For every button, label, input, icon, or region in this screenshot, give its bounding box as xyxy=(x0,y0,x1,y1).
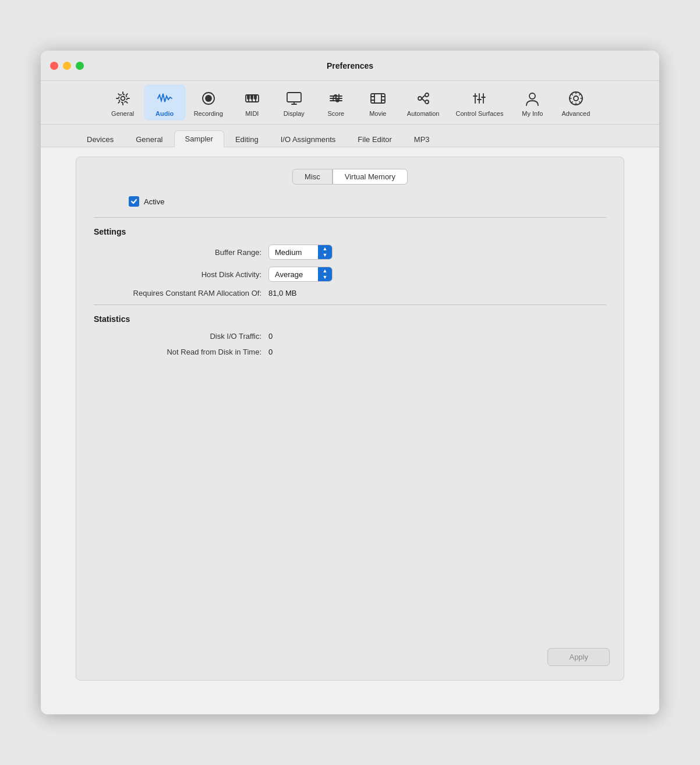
score-icon xyxy=(326,88,347,109)
svg-point-17 xyxy=(336,100,339,102)
toolbar-item-display[interactable]: Display xyxy=(273,84,315,121)
ram-allocation-label: Requires Constant RAM Allocation Of: xyxy=(94,289,268,298)
movie-icon xyxy=(367,88,388,109)
statistics-header: Statistics xyxy=(94,314,606,324)
maximize-button[interactable] xyxy=(76,62,84,70)
not-read-label: Not Read from Disk in Time: xyxy=(94,348,268,356)
buffer-range-select[interactable]: Medium ▲ ▼ xyxy=(268,245,333,260)
svg-line-29 xyxy=(422,98,425,102)
toolbar-label-automation: Automation xyxy=(407,110,440,117)
spinner-down-arrow2: ▼ xyxy=(323,275,328,280)
buffer-range-spinner[interactable]: ▲ ▼ xyxy=(318,245,332,259)
subtab-editing[interactable]: Editing xyxy=(224,131,270,147)
host-disk-activity-label: Host Disk Activity: xyxy=(94,270,268,279)
toolbar-item-control-surfaces[interactable]: Control Surfaces xyxy=(447,84,511,121)
settings-divider xyxy=(94,217,606,218)
toolbar-label-general: General xyxy=(111,110,134,117)
toolbar-item-movie[interactable]: Movie xyxy=(357,84,399,121)
main-content: Misc Virtual Memory Active Settings xyxy=(41,147,659,714)
buffer-range-label: Buffer Range: xyxy=(94,248,268,257)
panel-tab-virtual-memory[interactable]: Virtual Memory xyxy=(333,169,408,185)
svg-rect-8 xyxy=(248,95,249,99)
spinner-up-arrow2: ▲ xyxy=(323,268,328,274)
svg-line-28 xyxy=(422,95,425,99)
close-button[interactable] xyxy=(50,62,58,70)
automation-icon xyxy=(413,88,434,109)
toolbar-item-recording[interactable]: Recording xyxy=(186,84,231,121)
window-controls xyxy=(50,62,84,70)
toolbar-item-audio[interactable]: Audio xyxy=(144,84,186,121)
subtabs-row: Devices General Sampler Editing I/O Assi… xyxy=(41,125,659,147)
minimize-button[interactable] xyxy=(63,62,71,70)
toolbar-label-advanced: Advanced xyxy=(561,110,590,117)
svg-point-1 xyxy=(119,94,127,102)
host-disk-activity-select[interactable]: Average ▲ ▼ xyxy=(268,267,333,282)
toolbar-item-score[interactable]: Score xyxy=(315,84,357,121)
subtab-general[interactable]: General xyxy=(125,131,174,147)
toolbar-label-control-surfaces: Control Surfaces xyxy=(455,110,503,117)
general-icon xyxy=(112,88,133,109)
svg-point-27 xyxy=(425,100,429,104)
active-row: Active xyxy=(129,196,606,207)
host-disk-activity-value: Average xyxy=(269,268,318,281)
display-icon xyxy=(284,88,305,109)
ram-allocation-value: 81,0 MB xyxy=(268,289,296,298)
svg-point-26 xyxy=(425,93,429,97)
svg-point-0 xyxy=(121,97,125,101)
not-read-row: Not Read from Disk in Time: 0 xyxy=(94,348,606,356)
not-read-value: 0 xyxy=(268,348,273,356)
audio-icon xyxy=(154,88,175,109)
statistics-divider xyxy=(94,304,606,305)
subtab-file-editor[interactable]: File Editor xyxy=(347,131,403,147)
host-disk-activity-spinner[interactable]: ▲ ▼ xyxy=(318,267,332,281)
svg-rect-9 xyxy=(251,95,253,99)
svg-rect-10 xyxy=(254,95,256,99)
preferences-window: Preferences General Audio xyxy=(41,51,659,714)
toolbar-label-movie: Movie xyxy=(369,110,386,117)
spinner-up-arrow: ▲ xyxy=(323,246,328,252)
window-title: Preferences xyxy=(327,61,373,70)
svg-rect-18 xyxy=(371,94,385,103)
settings-header: Settings xyxy=(94,227,606,236)
toolbar-label-audio: Audio xyxy=(155,110,174,117)
toolbar-item-general[interactable]: General xyxy=(102,84,144,121)
toolbar-label-my-info: My Info xyxy=(522,110,543,117)
active-checkbox[interactable] xyxy=(129,196,139,207)
toolbar-label-midi: MIDI xyxy=(245,110,259,117)
active-label: Active xyxy=(144,197,164,206)
ram-allocation-row: Requires Constant RAM Allocation Of: 81,… xyxy=(94,289,606,298)
toolbar-item-advanced[interactable]: Advanced xyxy=(553,84,598,121)
toolbar-label-display: Display xyxy=(284,110,305,117)
toolbar-label-score: Score xyxy=(327,110,344,117)
control-surfaces-icon xyxy=(469,88,490,109)
inner-panel: Misc Virtual Memory Active Settings xyxy=(76,157,624,681)
subtab-devices[interactable]: Devices xyxy=(76,131,125,147)
subtab-mp3[interactable]: MP3 xyxy=(403,131,441,147)
toolbar-item-automation[interactable]: Automation xyxy=(399,84,448,121)
my-info-icon xyxy=(522,88,543,109)
buffer-range-value: Medium xyxy=(269,246,318,259)
svg-point-25 xyxy=(418,97,422,100)
svg-point-3 xyxy=(206,95,211,101)
midi-icon xyxy=(242,88,263,109)
spinner-down-arrow: ▼ xyxy=(323,253,328,258)
subtab-sampler[interactable]: Sampler xyxy=(174,130,224,147)
toolbar-item-midi[interactable]: MIDI xyxy=(231,84,273,121)
toolbar: General Audio Recording xyxy=(41,81,659,125)
svg-rect-11 xyxy=(287,93,301,102)
advanced-icon xyxy=(565,88,586,109)
toolbar-label-recording: Recording xyxy=(194,110,223,117)
svg-point-36 xyxy=(529,93,535,99)
panel-tab-misc[interactable]: Misc xyxy=(292,169,333,185)
host-disk-activity-row: Host Disk Activity: Average ▲ ▼ xyxy=(94,267,606,282)
disk-io-row: Disk I/O Traffic: 0 xyxy=(94,332,606,341)
recording-icon xyxy=(198,88,219,109)
apply-button[interactable]: Apply xyxy=(547,648,610,666)
toolbar-item-my-info[interactable]: My Info xyxy=(511,84,553,121)
titlebar: Preferences xyxy=(41,51,659,81)
svg-point-37 xyxy=(574,96,578,101)
disk-io-label: Disk I/O Traffic: xyxy=(94,332,268,341)
panel-tabs: Misc Virtual Memory xyxy=(94,169,606,185)
buffer-range-row: Buffer Range: Medium ▲ ▼ xyxy=(94,245,606,260)
subtab-io-assignments[interactable]: I/O Assignments xyxy=(270,131,347,147)
